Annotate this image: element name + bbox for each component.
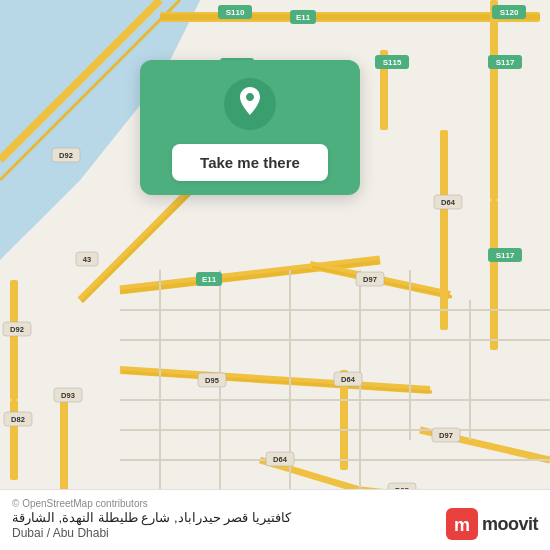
place-subtitle: Dubai / Abu Dhabi [12,526,291,540]
moovit-logo: m moovit [446,508,538,540]
svg-text:E11: E11 [202,275,217,284]
svg-rect-10 [10,280,18,400]
svg-text:D82: D82 [11,415,25,424]
svg-text:43: 43 [83,255,91,264]
svg-text:S117: S117 [496,58,515,67]
app-container: S110 S120 E11 S108 S115 S117 D92 43 [0,0,550,550]
svg-rect-6 [160,14,540,20]
svg-text:D93: D93 [61,391,75,400]
svg-rect-18 [490,200,498,350]
svg-text:S120: S120 [500,8,519,17]
location-bubble: Take me there [140,60,360,195]
svg-text:E11: E11 [296,13,311,22]
svg-rect-17 [440,130,448,330]
location-pin-icon [224,78,276,130]
svg-text:D97: D97 [439,431,453,440]
svg-text:D92: D92 [59,151,73,160]
osm-credit: © OpenStreetMap contributors [12,498,291,509]
bottom-info-bar: © OpenStreetMap contributors كافتيريا قص… [0,489,550,550]
svg-text:D64: D64 [273,455,288,464]
svg-text:D95: D95 [205,376,219,385]
svg-text:S115: S115 [383,58,402,67]
svg-text:D97: D97 [363,275,377,284]
place-info: © OpenStreetMap contributors كافتيريا قص… [12,498,291,540]
take-me-there-button[interactable]: Take me there [172,144,328,181]
svg-text:m: m [454,515,470,535]
place-name: كافتيريا قصر حيدراباد, شارع طليطلة النهد… [12,510,291,525]
svg-text:S110: S110 [226,8,245,17]
svg-rect-11 [490,0,498,200]
svg-text:D64: D64 [341,375,356,384]
svg-text:D64: D64 [441,198,456,207]
svg-text:D92: D92 [10,325,24,334]
svg-text:S117: S117 [496,251,515,260]
moovit-brand-text: moovit [482,514,538,535]
